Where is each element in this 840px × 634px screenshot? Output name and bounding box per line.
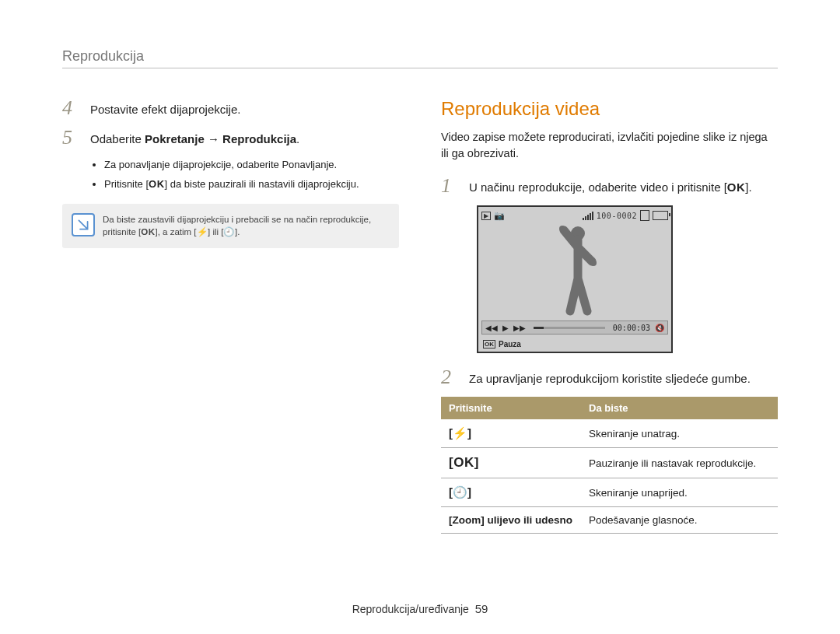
- key-zoom: [Zoom] ulijevo ili udesno: [441, 507, 581, 534]
- section-header: Reprodukcija: [62, 48, 778, 68]
- signal-bars-icon: [583, 212, 593, 220]
- play-icon: ▶: [502, 324, 509, 332]
- ffwd-icon: ▶▶: [513, 324, 526, 332]
- flash-key-icon: ⚡: [197, 226, 208, 239]
- person-silhouette: [555, 224, 601, 316]
- play-mode-icon: ▶: [481, 212, 491, 220]
- subsection-desc: Video zapise možete reproducirati, izvla…: [441, 129, 778, 162]
- col-header-action: Da biste: [581, 397, 778, 419]
- svg-point-2: [590, 260, 597, 266]
- play-time: 00:00:03: [613, 324, 650, 332]
- step-number-2: 2: [441, 367, 469, 387]
- sub-item-pause: Pritisnite [OK] da biste pauzirali ili n…: [104, 177, 399, 193]
- section-title: Reprodukcija: [62, 48, 144, 64]
- left-column: 4 Postavite efekt dijaprojekcije. 5 Odab…: [62, 98, 399, 534]
- sub-item-repeat: Za ponavljanje dijaprojekcije, odaberite…: [104, 157, 399, 173]
- note-end: ].: [235, 227, 240, 236]
- step1-suf: ].: [745, 180, 751, 194]
- pause-label: Pauza: [499, 340, 521, 349]
- footer-path: Reprodukcija/uređivanje: [352, 603, 469, 615]
- camera-icon: 📷: [494, 211, 505, 221]
- step-1-text: U načinu reprodukcije, odaberite video i…: [469, 176, 752, 196]
- table-header-row: Pritisnite Da biste: [441, 397, 778, 419]
- step5-bold: Pokretanje → Reprodukcija: [145, 132, 296, 145]
- sub1-suf: .: [334, 159, 338, 170]
- sub1-bold: Ponavljanje: [282, 159, 334, 170]
- step-2-text: Za upravljanje reprodukcijom koristite s…: [469, 367, 751, 387]
- sub1-pre: Za ponavljanje dijaprojekcije, odaberite: [104, 159, 282, 170]
- step-number-1: 1: [441, 176, 469, 196]
- sub2-pre: Pritisnite [: [104, 178, 149, 190]
- col-header-press: Pritisnite: [441, 397, 581, 419]
- sub2-suf: ] da biste pauzirali ili nastavili dijap…: [165, 178, 359, 190]
- note-mid: ], a zatim [: [155, 227, 196, 236]
- note-text: Da biste zaustavili dijaprojekciju i pre…: [103, 213, 390, 239]
- key-timer: [🕘]: [441, 478, 581, 507]
- table-row: [🕘] Skeniranje unaprijed.: [441, 478, 778, 507]
- step-4: 4 Postavite efekt dijaprojekcije.: [62, 98, 399, 118]
- camera-top-bar: ▶ 📷 100-0002: [481, 210, 668, 221]
- controls-table: Pritisnite Da biste [⚡] Skeniranje unatr…: [441, 397, 778, 534]
- key-ok: [OK]: [441, 448, 581, 478]
- camera-bottom-hint: OK Pauza: [483, 340, 521, 349]
- rewind-icon: ◀◀: [485, 324, 498, 332]
- note-icon: [72, 213, 95, 236]
- step5-suffix: .: [296, 132, 299, 145]
- table-row: [OK] Pauziranje ili nastavak reprodukcij…: [441, 448, 778, 478]
- step5-sublist: Za ponavljanje dijaprojekcije, odaberite…: [90, 157, 399, 193]
- step-5: 5 Odaberite Pokretanje → Reprodukcija.: [62, 128, 399, 148]
- action-scan-back: Skeniranje unatrag.: [581, 419, 778, 448]
- battery-icon: [653, 211, 668, 220]
- table-row: [Zoom] ulijevo ili udesno Podešavanje gl…: [441, 507, 778, 534]
- table-row: [⚡] Skeniranje unatrag.: [441, 419, 778, 448]
- page-number: 59: [475, 602, 488, 615]
- ok-key-icon: OK: [149, 177, 165, 193]
- step-2: 2 Za upravljanje reprodukcijom koristite…: [441, 367, 778, 387]
- step-5-text: Odaberite Pokretanje → Reprodukcija.: [90, 128, 299, 148]
- step-1: 1 U načinu reprodukcije, odaberite video…: [441, 176, 778, 196]
- right-column: Reprodukcija videa Video zapise možete r…: [441, 98, 778, 534]
- key-flash: [⚡]: [441, 419, 581, 448]
- ok-key-icon: OK: [727, 179, 746, 196]
- step-number-4: 4: [62, 98, 90, 118]
- timer-key-icon: 🕘: [223, 226, 235, 239]
- folder-file-counter: 100-0002: [597, 212, 637, 220]
- action-pause-resume: Pauziranje ili nastavak reprodukcije.: [581, 448, 778, 478]
- step1-pre: U načinu reprodukcije, odaberite video i…: [469, 180, 727, 194]
- playback-bar: ◀◀ ▶ ▶▶ 00:00:03 🔇: [481, 321, 668, 335]
- page-footer: Reprodukcija/uređivanje 59: [0, 602, 840, 615]
- mute-icon: 🔇: [655, 324, 664, 332]
- camera-screen-illustration: ▶ 📷 100-0002: [477, 205, 673, 353]
- step5-prefix: Odaberite: [90, 132, 145, 145]
- ok-key-icon: OK: [141, 226, 155, 239]
- step-number-5: 5: [62, 128, 90, 148]
- progress-bar: [534, 327, 605, 329]
- step-4-text: Postavite efekt dijaprojekcije.: [90, 98, 240, 118]
- sd-card-icon: [640, 210, 649, 221]
- action-scan-fwd: Skeniranje unaprijed.: [581, 478, 778, 507]
- subsection-title: Reprodukcija videa: [441, 98, 778, 120]
- note-box: Da biste zaustavili dijaprojekciju i pre…: [62, 204, 399, 248]
- svg-point-1: [559, 226, 565, 232]
- note-mid2: ] ili [: [208, 227, 223, 236]
- ok-label: OK: [483, 340, 495, 349]
- action-volume: Podešavanje glasnoće.: [581, 507, 778, 534]
